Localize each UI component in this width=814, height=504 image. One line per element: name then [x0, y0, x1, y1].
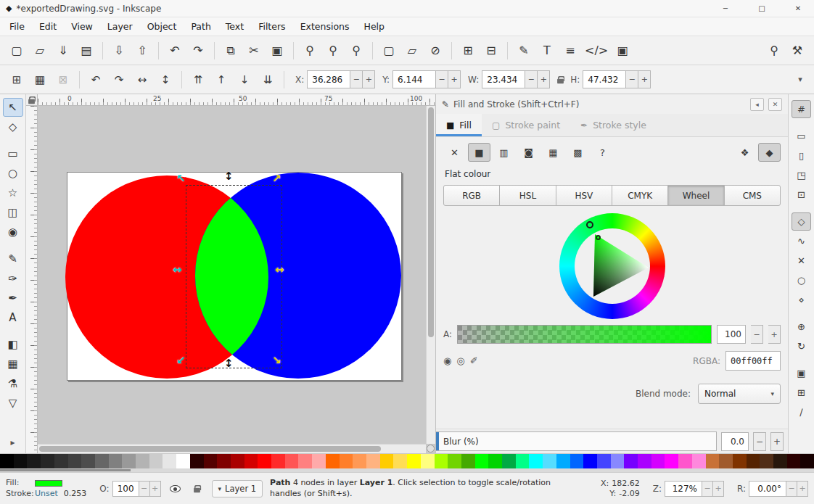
horizontal-scrollbar[interactable] [38, 444, 426, 453]
maximize-button[interactable]: □ [746, 0, 778, 17]
y-increment[interactable]: + [448, 70, 461, 88]
snap-object-centers[interactable]: ⊕ [792, 318, 811, 336]
selection-box[interactable] [186, 185, 282, 368]
selection-handle-mr[interactable]: ↔ [275, 265, 284, 276]
palette-swatch[interactable] [516, 454, 530, 468]
tab-stroke-paint[interactable]: ▢ Stroke paint [482, 114, 570, 136]
opacity-decrement[interactable]: − [139, 481, 150, 497]
colorspace-tab-wheel[interactable]: Wheel [667, 185, 724, 206]
new-document[interactable]: ▢ [6, 40, 28, 62]
opacity-value[interactable]: 100 [112, 481, 139, 497]
print-document[interactable]: ▤ [75, 40, 97, 62]
snap-bbox-centers[interactable]: ⊡ [792, 186, 811, 204]
blur-increment[interactable]: + [770, 432, 784, 451]
alpha-value[interactable]: 100 [717, 325, 746, 344]
palette-swatch[interactable] [217, 454, 231, 468]
tool-paint-bucket[interactable]: ▽ [3, 394, 23, 413]
horizontal-scrollbar-thumb[interactable] [39, 446, 381, 452]
menu-extensions[interactable]: Extensions [294, 19, 356, 34]
colorspace-tab-cms[interactable]: CMS [724, 185, 781, 206]
paint-swatch[interactable]: ▩ [567, 143, 589, 162]
blend-mode-select[interactable]: Normal ▾ [698, 384, 781, 404]
flip-vertical[interactable]: ↕ [155, 70, 176, 90]
palette-swatch[interactable] [435, 454, 448, 468]
w-decrement[interactable]: − [525, 70, 538, 88]
palette-swatch[interactable] [760, 454, 773, 468]
palette-swatch[interactable] [570, 454, 584, 468]
layer-visibility-toggle[interactable] [168, 481, 183, 497]
palette-swatch[interactable] [800, 454, 814, 468]
fill-stroke-indicator[interactable]: Fill: Stroke: Unset 0.253 [6, 479, 86, 497]
ruler-corner[interactable] [26, 94, 38, 106]
palette-swatch[interactable] [163, 454, 176, 468]
palette-swatch[interactable] [638, 454, 651, 468]
blur-decrement[interactable]: − [753, 432, 766, 451]
palette-swatch[interactable] [54, 454, 68, 468]
palette-swatch[interactable] [583, 454, 597, 468]
toolbar-overflow-arrow[interactable]: ▾ [792, 70, 808, 89]
export-image[interactable]: ⇧ [131, 40, 153, 62]
align-dialog[interactable]: ≡ [559, 40, 581, 62]
layers-dialog[interactable]: ▣ [612, 40, 633, 62]
close-button[interactable]: ✕ [782, 0, 814, 17]
tool-ellipse[interactable]: ○ [3, 164, 23, 183]
paint-none[interactable]: ✕ [443, 143, 466, 162]
toolbox-expander[interactable]: ▸ [3, 436, 23, 449]
palette-swatch[interactable] [109, 454, 123, 468]
palette-swatch[interactable] [475, 454, 489, 468]
snap-path-intersections[interactable]: ✕ [792, 252, 811, 270]
tool-text[interactable]: A [3, 308, 23, 327]
menu-file[interactable]: File [3, 19, 31, 34]
lower-to-bottom[interactable]: ⇊ [257, 70, 279, 90]
minimize-button[interactable]: − [710, 0, 741, 17]
vertical-scrollbar-thumb[interactable] [428, 107, 434, 337]
redo[interactable]: ↷ [187, 40, 209, 62]
rotation-decrement[interactable]: − [786, 481, 797, 497]
colorspace-tab-rgb[interactable]: RGB [443, 185, 500, 206]
menu-text[interactable]: Text [219, 19, 250, 34]
horizontal-ruler[interactable]: 0255075100 [38, 94, 435, 106]
palette-swatch[interactable] [312, 454, 326, 468]
tool-gradient[interactable]: ◧ [3, 335, 23, 354]
palette-swatch[interactable] [204, 454, 218, 468]
layer-selector[interactable]: ▾ Layer 1 [212, 480, 263, 497]
x-value[interactable]: 36.286 [307, 70, 350, 88]
palette-swatch[interactable] [407, 454, 421, 468]
tool-node-editor[interactable]: ◇ [3, 117, 23, 136]
menu-object[interactable]: Object [141, 19, 184, 34]
menu-filters[interactable]: Filters [252, 19, 292, 34]
palette-swatch[interactable] [95, 454, 109, 468]
menu-view[interactable]: View [65, 19, 99, 34]
rotation-increment[interactable]: + [797, 481, 808, 497]
undo[interactable]: ↶ [164, 40, 186, 62]
layer-lock-toggle[interactable] [190, 481, 205, 497]
menu-help[interactable]: Help [358, 19, 392, 34]
snap-rotation-centers[interactable]: ↻ [792, 337, 811, 355]
palette-swatch[interactable] [244, 454, 258, 468]
menu-path[interactable]: Path [184, 19, 217, 34]
snap-bbox-edges[interactable]: ▯ [792, 146, 811, 165]
tab-stroke-style[interactable]: ✒ Stroke style [570, 114, 657, 136]
saturation-value-triangle[interactable] [575, 228, 650, 304]
text-dialog[interactable]: T [536, 40, 558, 62]
palette-swatch[interactable] [706, 454, 720, 468]
palette-swatch[interactable] [597, 454, 611, 468]
opacity-increment[interactable]: + [150, 481, 161, 497]
palette-swatch[interactable] [692, 454, 706, 468]
palette-swatch[interactable] [787, 454, 801, 468]
palette-swatch[interactable] [136, 454, 149, 468]
colorspace-tab-hsv[interactable]: HSV [556, 185, 612, 206]
snap-smooth-nodes[interactable]: ○ [792, 271, 811, 289]
open-document[interactable]: ▱ [29, 40, 51, 62]
palette-swatch[interactable] [488, 454, 502, 468]
palette-swatch[interactable] [380, 454, 394, 468]
palette-swatch[interactable] [326, 454, 340, 468]
w-increment[interactable]: + [538, 70, 550, 88]
preferences[interactable]: ⚒ [786, 40, 808, 62]
palette-swatch[interactable] [68, 454, 82, 468]
palette-swatch[interactable] [298, 454, 312, 468]
tool-calligraphy[interactable]: ✒ [3, 289, 23, 307]
palette-swatch[interactable] [502, 454, 516, 468]
snap-nodes[interactable]: ◇ [792, 212, 811, 231]
paint-radial-gradient[interactable]: ◙ [517, 143, 540, 162]
